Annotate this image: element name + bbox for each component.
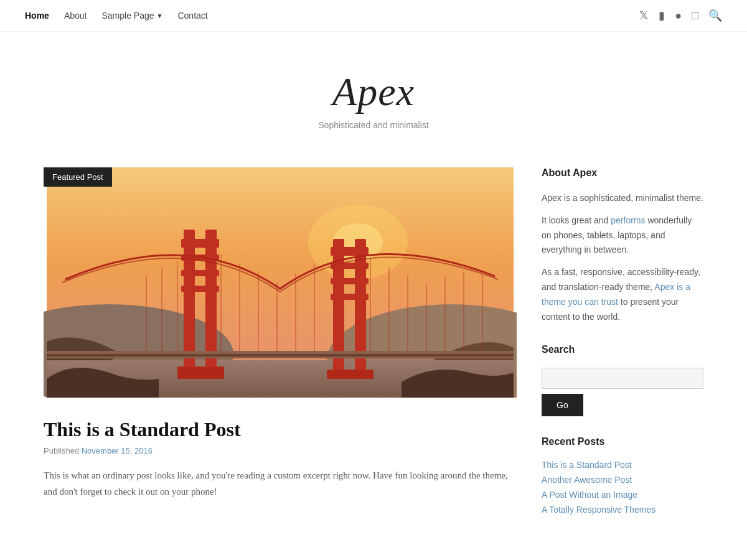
featured-image-wrap: Featured Post xyxy=(44,167,517,400)
nav-about[interactable]: About xyxy=(64,11,87,21)
search-input[interactable] xyxy=(542,368,703,389)
sidebar: About Apex Apex is a sophisticated, mini… xyxy=(542,167,703,534)
recent-post-link-2[interactable]: Another Awesome Post xyxy=(542,475,632,485)
sidebar-about-para2: It looks great and performs wonderfully … xyxy=(542,213,703,258)
list-item: A Totally Responsive Themes xyxy=(542,505,703,515)
search-button[interactable]: Go xyxy=(542,394,583,416)
svg-rect-19 xyxy=(327,370,374,379)
svg-rect-18 xyxy=(331,294,369,300)
svg-rect-8 xyxy=(181,239,219,248)
recent-post-link-3[interactable]: A Post Without an Image xyxy=(542,490,637,500)
nav-icons: 𝕏 ▮ ● □ 🔍 xyxy=(639,9,722,22)
svg-rect-11 xyxy=(181,286,219,292)
nav-sample-page-wrapper: Sample Page ▼ xyxy=(102,11,163,21)
svg-rect-10 xyxy=(181,270,219,276)
facebook-icon[interactable]: ▮ xyxy=(659,9,665,22)
svg-rect-15 xyxy=(331,247,369,256)
post-excerpt: This is what an ordinary post looks like… xyxy=(44,468,517,500)
twitter-icon[interactable]: 𝕏 xyxy=(639,9,649,22)
sidebar-search: Search Go xyxy=(542,344,703,416)
list-item: This is a Standard Post xyxy=(542,460,703,470)
post-date[interactable]: November 15, 2016 xyxy=(82,446,153,455)
sidebar-performs-link[interactable]: performs xyxy=(611,215,645,225)
site-title: Apex xyxy=(12,69,735,115)
featured-image xyxy=(44,167,517,398)
post-meta-prefix: Published xyxy=(44,446,79,455)
nav-contact[interactable]: Contact xyxy=(177,11,207,21)
svg-rect-17 xyxy=(331,278,369,284)
recent-post-link-4[interactable]: A Totally Responsive Themes xyxy=(542,505,655,515)
main-wrapper: Featured Post xyxy=(19,155,728,559)
list-item: Another Awesome Post xyxy=(542,475,703,485)
navigation: Home About Sample Page ▼ Contact 𝕏 ▮ ● □… xyxy=(0,0,747,32)
svg-rect-12 xyxy=(177,366,224,379)
sidebar-recent-heading: Recent Posts xyxy=(542,436,703,451)
post-title: This is a Standard Post xyxy=(44,418,517,441)
instagram-icon[interactable]: □ xyxy=(692,9,698,22)
recent-post-link-1[interactable]: This is a Standard Post xyxy=(542,460,632,470)
recent-posts-list: This is a Standard Post Another Awesome … xyxy=(542,460,703,515)
site-header: Apex Sophisticated and minimalist xyxy=(0,32,747,155)
nav-left: Home About Sample Page ▼ Contact xyxy=(25,11,208,21)
svg-rect-16 xyxy=(331,263,369,269)
content-area: Featured Post xyxy=(44,167,517,534)
sidebar-apex-link[interactable]: Apex is a theme you can trust xyxy=(542,282,690,307)
site-subtitle: Sophisticated and minimalist xyxy=(12,120,735,130)
pinterest-icon[interactable]: ● xyxy=(675,9,682,22)
search-icon[interactable]: 🔍 xyxy=(708,9,722,22)
list-item: A Post Without an Image xyxy=(542,490,703,500)
sidebar-search-heading: Search xyxy=(542,344,703,359)
svg-rect-37 xyxy=(47,354,514,357)
sidebar-about: About Apex Apex is a sophisticated, mini… xyxy=(542,167,703,324)
post-meta: Published November 15, 2016 xyxy=(44,446,517,455)
sidebar-about-para1: Apex is a sophisticated, minimalist them… xyxy=(542,191,703,206)
nav-home[interactable]: Home xyxy=(25,11,49,21)
featured-label: Featured Post xyxy=(44,167,112,187)
sidebar-about-heading: About Apex xyxy=(542,167,703,182)
nav-sample-page[interactable]: Sample Page xyxy=(102,11,154,21)
sidebar-recent-posts: Recent Posts This is a Standard Post Ano… xyxy=(542,436,703,515)
chevron-down-icon: ▼ xyxy=(157,12,163,19)
sidebar-about-para3: As a fast, responsive, accessibility-rea… xyxy=(542,265,703,324)
